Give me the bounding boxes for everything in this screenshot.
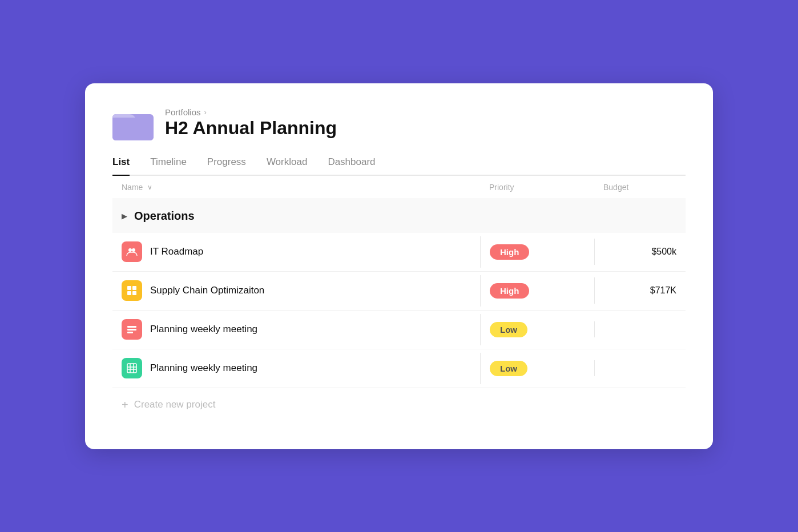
tab-workload[interactable]: Workload (267, 156, 308, 176)
budget-cell-it-roadmap: $500k (594, 239, 686, 265)
svg-rect-4 (127, 286, 131, 290)
main-card: Portfolios › H2 Annual Planning List Tim… (85, 83, 713, 449)
column-budget: Budget (594, 183, 686, 192)
name-cell-supply-chain: Supply Chain Optimizaiton (112, 272, 480, 309)
create-project-row[interactable]: + Create new project (112, 388, 686, 422)
project-icon-planning-1 (122, 319, 142, 340)
page-title: H2 Annual Planning (165, 118, 337, 138)
priority-badge-it-roadmap[interactable]: High (490, 244, 529, 260)
project-icon-supply-chain (122, 280, 142, 301)
project-name-supply-chain: Supply Chain Optimizaiton (150, 285, 264, 296)
table: Name ∨ Priority Budget ▶ Operations (112, 176, 686, 422)
column-priority: Priority (480, 183, 594, 192)
folder-icon (112, 106, 154, 140)
priority-cell-supply-chain: High (480, 275, 594, 307)
create-plus-icon: + (122, 398, 128, 412)
project-name-planning-1: Planning weekly meeting (150, 324, 257, 335)
priority-cell-it-roadmap: High (480, 236, 594, 268)
name-cell-it-roadmap: IT Roadmap (112, 233, 480, 270)
breadcrumb: Portfolios › (165, 107, 337, 117)
svg-point-3 (132, 248, 135, 252)
priority-badge-supply-chain[interactable]: High (490, 283, 529, 299)
tab-progress[interactable]: Progress (207, 156, 246, 176)
tab-timeline[interactable]: Timeline (150, 156, 187, 176)
section-operations[interactable]: ▶ Operations (112, 199, 686, 233)
tab-list[interactable]: List (112, 156, 130, 176)
svg-rect-10 (127, 332, 133, 333)
header: Portfolios › H2 Annual Planning (112, 106, 686, 140)
table-row: Planning weekly meeting Low (112, 311, 686, 349)
section-title: Operations (134, 209, 195, 223)
svg-rect-9 (127, 329, 136, 331)
svg-rect-8 (127, 326, 136, 328)
project-name-planning-2: Planning weekly meeting (150, 362, 257, 374)
priority-cell-planning-1: Low (480, 314, 594, 345)
header-text: Portfolios › H2 Annual Planning (165, 107, 337, 138)
project-icon-it-roadmap (122, 241, 142, 262)
create-project-label: Create new project (134, 399, 216, 410)
table-row: Planning weekly meeting Low (112, 349, 686, 388)
breadcrumb-portfolios[interactable]: Portfolios (165, 107, 201, 117)
svg-rect-7 (132, 291, 136, 295)
priority-cell-planning-2: Low (480, 353, 594, 384)
svg-rect-1 (112, 118, 154, 140)
section-chevron-icon: ▶ (122, 212, 127, 220)
budget-cell-supply-chain: $717K (594, 277, 686, 304)
priority-badge-planning-1[interactable]: Low (490, 322, 527, 337)
column-name[interactable]: Name ∨ (112, 183, 480, 192)
budget-cell-planning-2 (594, 360, 686, 376)
svg-point-2 (128, 248, 132, 252)
name-sort-icon: ∨ (147, 183, 152, 191)
name-cell-planning-2: Planning weekly meeting (112, 350, 480, 386)
table-row: Supply Chain Optimizaiton High $717K (112, 272, 686, 311)
table-row: IT Roadmap High $500k (112, 233, 686, 272)
svg-rect-6 (127, 291, 131, 295)
table-header: Name ∨ Priority Budget (112, 176, 686, 199)
breadcrumb-chevron: › (204, 108, 207, 116)
budget-cell-planning-1 (594, 321, 686, 337)
tab-dashboard[interactable]: Dashboard (328, 156, 375, 176)
tab-bar: List Timeline Progress Workload Dashboar… (112, 156, 686, 176)
project-icon-planning-2 (122, 358, 142, 378)
svg-rect-5 (132, 286, 136, 290)
name-cell-planning-1: Planning weekly meeting (112, 311, 480, 348)
project-name-it-roadmap: IT Roadmap (150, 246, 203, 257)
svg-rect-11 (127, 364, 136, 373)
priority-badge-planning-2[interactable]: Low (490, 361, 527, 376)
